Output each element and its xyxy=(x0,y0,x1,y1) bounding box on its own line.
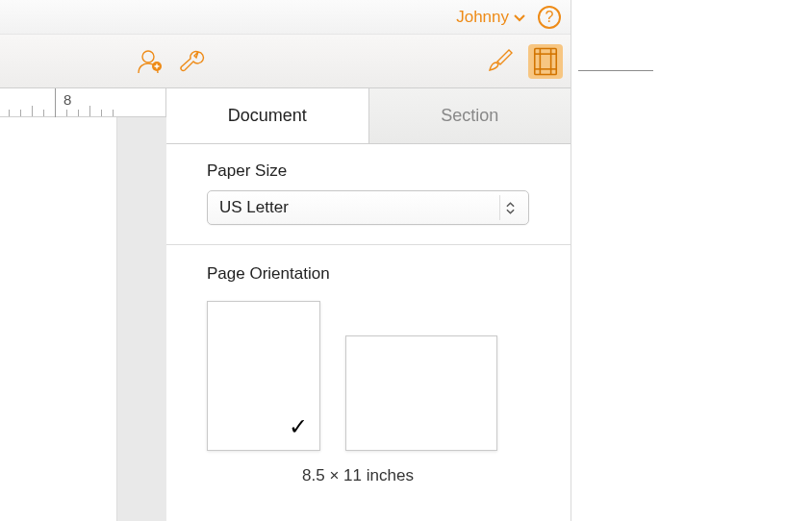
paintbrush-icon xyxy=(484,46,515,77)
page-margin-shadow xyxy=(116,117,166,521)
user-menu[interactable]: Johnny xyxy=(456,8,526,27)
format-button[interactable] xyxy=(484,46,515,77)
divider xyxy=(166,244,571,245)
title-bar: Johnny ? xyxy=(0,0,571,35)
paper-size-value: US Letter xyxy=(219,198,289,217)
select-stepper-icon xyxy=(499,195,520,220)
orientation-portrait[interactable]: ✓ xyxy=(207,301,320,451)
wrench-icon xyxy=(179,46,210,77)
inspector-sidebar: Document Section Paper Size US Letter xyxy=(166,88,571,521)
paper-size-select[interactable]: US Letter xyxy=(207,190,529,225)
chevron-down-icon xyxy=(513,11,526,24)
tab-label: Document xyxy=(228,106,307,126)
orientation-landscape[interactable] xyxy=(345,335,497,451)
ruler-label: 8 xyxy=(63,91,71,108)
collaborate-button[interactable] xyxy=(135,46,165,77)
tab-document[interactable]: Document xyxy=(166,88,369,143)
toolbar xyxy=(0,35,571,88)
tools-button[interactable] xyxy=(179,46,210,77)
document-canvas-edge: 8 xyxy=(0,88,166,521)
document-icon xyxy=(528,44,563,79)
page-dimensions-label: 8.5 × 11 inches xyxy=(166,466,549,485)
tab-section[interactable]: Section xyxy=(369,88,571,143)
annotation-leader-line xyxy=(578,70,653,71)
horizontal-ruler[interactable]: 8 xyxy=(0,88,165,117)
inspector-tabs: Document Section xyxy=(166,88,571,144)
tab-label: Section xyxy=(441,106,498,126)
help-button[interactable]: ? xyxy=(538,6,561,29)
svg-rect-2 xyxy=(535,48,557,74)
checkmark-icon: ✓ xyxy=(289,413,308,440)
svg-point-0 xyxy=(142,51,154,62)
person-add-icon xyxy=(135,46,165,77)
question-mark-icon: ? xyxy=(546,9,554,26)
document-inspector-button[interactable] xyxy=(528,44,563,79)
page-orientation-label: Page Orientation xyxy=(207,264,549,284)
paper-size-label: Paper Size xyxy=(207,161,549,181)
user-name-label: Johnny xyxy=(456,8,509,27)
ruler-major-tick xyxy=(55,88,56,117)
